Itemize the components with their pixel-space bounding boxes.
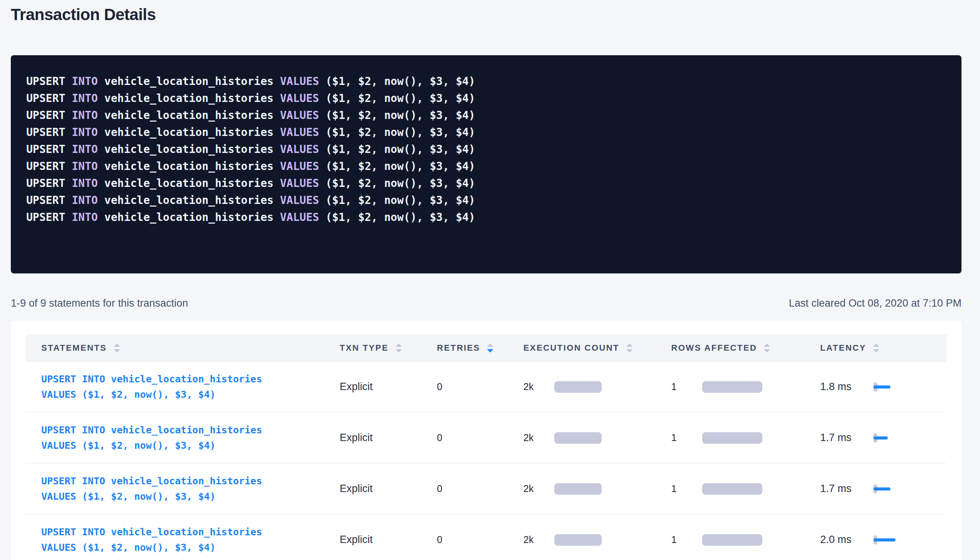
- transaction-details-page: Transaction Details UPSERT INTO vehicle_…: [11, 0, 961, 560]
- txn-type-value: Explicit: [340, 534, 437, 546]
- latency-cell: 1.7 ms: [820, 432, 946, 444]
- column-header-latency[interactable]: LATENCY: [820, 343, 946, 353]
- statement-line-1: UPSERT INTO vehicle_location_histories: [41, 524, 340, 540]
- execution-count-value: 2k: [523, 534, 554, 545]
- sql-keyword: INTO: [72, 177, 98, 190]
- sql-text: vehicle_location_histories: [98, 143, 280, 156]
- column-header-label: LATENCY: [820, 343, 866, 353]
- txn-type-value: Explicit: [340, 483, 437, 495]
- sql-text: UPSERT: [26, 143, 72, 156]
- sql-statement-line: UPSERT INTO vehicle_location_histories V…: [26, 209, 946, 226]
- statement-link[interactable]: UPSERT INTO vehicle_location_historiesVA…: [41, 372, 340, 402]
- rows-affected-cell: 1: [671, 483, 820, 495]
- sql-text: vehicle_location_histories: [98, 177, 280, 190]
- execution-count-bar: [554, 534, 602, 546]
- last-cleared-text: Last cleared Oct 08, 2020 at 7:10 PM: [789, 297, 961, 309]
- sort-up-arrow-icon: [396, 343, 402, 347]
- sql-text: ($1, $2, now(), $3, $4): [319, 92, 476, 105]
- column-header-txn-type[interactable]: TXN TYPE: [340, 343, 437, 353]
- txn-type-value: Explicit: [340, 381, 437, 393]
- execution-count-bar: [554, 483, 602, 495]
- sort-up-arrow-icon: [114, 343, 120, 347]
- sql-text: ($1, $2, now(), $3, $4): [319, 194, 476, 207]
- sql-keyword: INTO: [72, 194, 98, 207]
- latency-bar: [873, 538, 895, 541]
- execution-count-cell: 2k: [523, 432, 671, 444]
- statement-line-2: VALUES ($1, $2, now(), $3, $4): [41, 438, 340, 453]
- summary-row: 1-9 of 9 statements for this transaction…: [11, 297, 961, 309]
- sql-keyword: INTO: [72, 211, 98, 224]
- sql-text: vehicle_location_histories: [98, 211, 280, 224]
- sql-text: ($1, $2, now(), $3, $4): [319, 126, 476, 139]
- sql-text: vehicle_location_histories: [98, 126, 280, 139]
- sql-statements-box: UPSERT INTO vehicle_location_histories V…: [11, 55, 961, 273]
- column-header-label: TXN TYPE: [340, 343, 389, 353]
- sort-up-arrow-icon: [487, 343, 493, 347]
- latency-cell: 2.0 ms: [820, 534, 946, 546]
- sql-statement-line: UPSERT INTO vehicle_location_histories V…: [26, 107, 946, 124]
- statements-count-text: 1-9 of 9 statements for this transaction: [11, 297, 188, 309]
- sql-text: vehicle_location_histories: [98, 109, 280, 122]
- retries-value: 0: [437, 483, 523, 494]
- column-header-label: RETRIES: [437, 343, 480, 353]
- sql-keyword: VALUES: [280, 143, 319, 156]
- execution-count-value: 2k: [523, 381, 554, 392]
- table-body: UPSERT INTO vehicle_location_historiesVA…: [26, 361, 946, 560]
- page-title: Transaction Details: [11, 0, 961, 25]
- execution-count-cell: 2k: [523, 483, 671, 495]
- sql-text: vehicle_location_histories: [98, 92, 280, 105]
- sort-icon: [764, 343, 770, 353]
- statement-cell: UPSERT INTO vehicle_location_historiesVA…: [26, 372, 340, 402]
- latency-value: 1.7 ms: [820, 432, 873, 444]
- column-header-rows-affected[interactable]: ROWS AFFECTED: [671, 343, 820, 353]
- statement-line-2: VALUES ($1, $2, now(), $3, $4): [41, 489, 340, 504]
- sql-keyword: VALUES: [280, 160, 319, 173]
- latency-bar: [873, 385, 890, 389]
- latency-bar-chart: [873, 382, 920, 392]
- table-header-row: STATEMENTSTXN TYPERETRIESEXECUTION COUNT…: [26, 334, 946, 361]
- sql-text: ($1, $2, now(), $3, $4): [319, 109, 476, 122]
- statement-cell: UPSERT INTO vehicle_location_historiesVA…: [26, 473, 340, 504]
- sql-keyword: VALUES: [280, 75, 319, 88]
- execution-count-bar: [554, 381, 602, 393]
- table-row: UPSERT INTO vehicle_location_historiesVA…: [26, 412, 946, 463]
- sort-down-arrow-icon: [873, 349, 879, 353]
- statement-link[interactable]: UPSERT INTO vehicle_location_historiesVA…: [41, 423, 340, 453]
- rows-affected-cell: 1: [671, 432, 820, 444]
- sql-keyword: VALUES: [280, 177, 319, 190]
- rows-affected-bar: [702, 432, 762, 444]
- sort-up-arrow-icon: [873, 343, 879, 347]
- retries-value: 0: [437, 534, 523, 545]
- sort-icon: [487, 343, 493, 353]
- sql-keyword: VALUES: [280, 126, 319, 139]
- statement-link[interactable]: UPSERT INTO vehicle_location_historiesVA…: [41, 524, 340, 555]
- sql-text: UPSERT: [26, 160, 72, 173]
- execution-count-cell: 2k: [523, 534, 671, 546]
- rows-affected-value: 1: [671, 432, 702, 443]
- column-header-statements[interactable]: STATEMENTS: [26, 343, 340, 353]
- sort-down-arrow-icon: [114, 349, 120, 353]
- statement-link[interactable]: UPSERT INTO vehicle_location_historiesVA…: [41, 473, 340, 504]
- latency-bar: [873, 436, 888, 440]
- sql-statement-line: UPSERT INTO vehicle_location_histories V…: [26, 175, 946, 192]
- rows-affected-value: 1: [671, 483, 702, 494]
- latency-value: 1.7 ms: [820, 483, 873, 495]
- retries-value: 0: [437, 381, 523, 392]
- latency-cell: 1.8 ms: [820, 381, 946, 393]
- sql-keyword: INTO: [72, 143, 98, 156]
- column-header-execution-count[interactable]: EXECUTION COUNT: [523, 343, 671, 353]
- statement-line-1: UPSERT INTO vehicle_location_histories: [41, 473, 340, 489]
- rows-affected-cell: 1: [671, 534, 820, 546]
- sql-keyword: INTO: [72, 160, 98, 173]
- sql-text: vehicle_location_histories: [98, 75, 280, 88]
- sort-up-arrow-icon: [764, 343, 770, 347]
- column-header-retries[interactable]: RETRIES: [437, 343, 523, 353]
- latency-bar-chart: [873, 433, 920, 443]
- retries-value: 0: [437, 432, 523, 443]
- sort-down-arrow-icon: [764, 349, 770, 353]
- sql-statement-line: UPSERT INTO vehicle_location_histories V…: [26, 158, 946, 175]
- latency-value: 1.8 ms: [820, 381, 873, 393]
- sort-down-arrow-icon: [626, 349, 633, 353]
- sort-down-arrow-icon: [396, 349, 402, 353]
- sql-keyword: VALUES: [280, 92, 319, 105]
